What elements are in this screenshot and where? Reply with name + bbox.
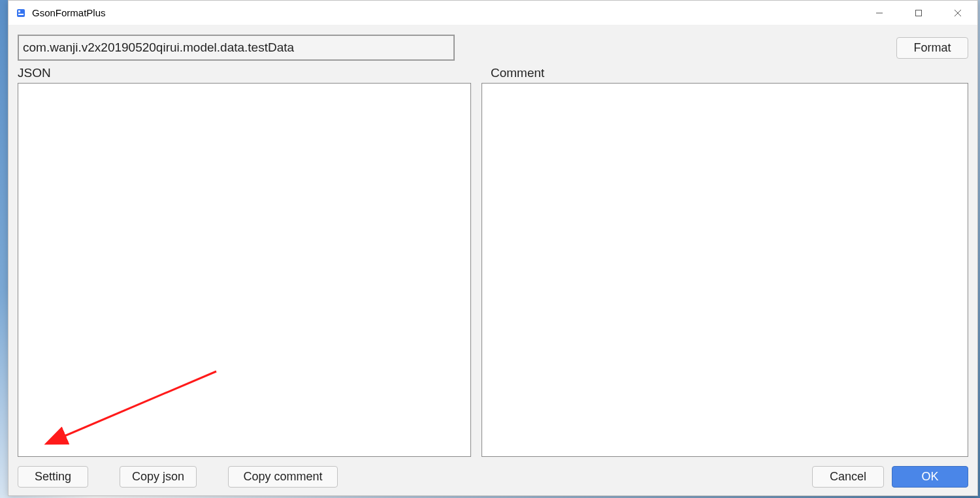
ok-button[interactable]: OK <box>892 466 968 488</box>
json-label: JSON <box>18 66 480 80</box>
class-path-input[interactable] <box>18 35 455 61</box>
bottom-row: Setting Copy json Copy comment Cancel OK <box>18 457 968 488</box>
top-row: Format <box>18 35 968 61</box>
maximize-button[interactable] <box>899 1 938 25</box>
maximize-icon <box>915 9 923 17</box>
cancel-button[interactable]: Cancel <box>812 466 884 488</box>
app-icon <box>15 7 27 19</box>
close-icon <box>954 9 962 17</box>
format-button[interactable]: Format <box>896 37 968 59</box>
copy-json-button[interactable]: Copy json <box>120 466 197 488</box>
svg-rect-2 <box>18 14 24 15</box>
comment-textarea[interactable] <box>482 83 968 457</box>
setting-button[interactable]: Setting <box>18 466 88 488</box>
gsonformatplus-window: GsonFormatPlus Format JSON Comment <box>8 0 978 496</box>
comment-label: Comment <box>491 66 968 80</box>
titlebar: GsonFormatPlus <box>8 1 977 25</box>
svg-rect-4 <box>916 10 922 16</box>
labels-row: JSON Comment <box>18 66 968 80</box>
minimize-icon <box>875 9 883 17</box>
svg-rect-0 <box>17 9 25 17</box>
dialog-content: Format JSON Comment Setting Copy json Co… <box>8 25 977 495</box>
window-title: GsonFormatPlus <box>32 7 860 18</box>
json-textarea[interactable] <box>18 83 471 457</box>
window-controls <box>860 1 977 25</box>
copy-comment-button[interactable]: Copy comment <box>228 466 338 488</box>
close-button[interactable] <box>938 1 977 25</box>
editors-row <box>18 83 968 457</box>
svg-rect-1 <box>18 10 20 12</box>
minimize-button[interactable] <box>860 1 899 25</box>
